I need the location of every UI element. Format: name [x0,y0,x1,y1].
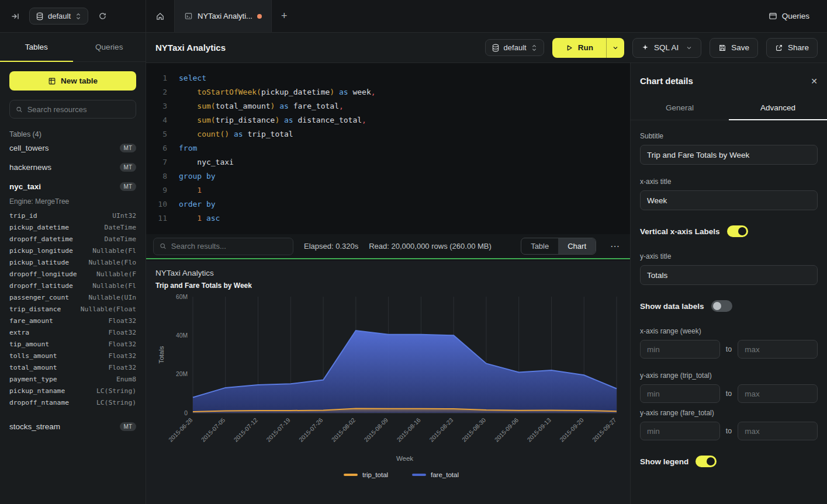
table-name: stocks_stream [9,422,60,431]
column-type: Nullable(Float [81,304,136,315]
show-data-labels-label: Show data labels [640,302,704,311]
y-axis-range-trip-inputs: to [640,384,818,403]
engine-badge: MT [120,163,136,172]
resource-search-input[interactable] [27,105,130,114]
y-range-fare-max-input[interactable] [738,422,818,440]
svg-text:2015-07-26: 2015-07-26 [297,416,324,443]
column-type: Float32 [108,350,136,362]
vertical-x-labels-toggle[interactable] [727,225,748,237]
show-data-labels-toggle[interactable] [711,300,732,312]
engine-badge: MT [120,144,136,152]
collapse-sidebar-icon [11,12,20,21]
collapse-sidebar-button[interactable] [7,8,23,25]
y-axis-range-fare-label: y-axis range (fare_total) [640,409,818,417]
subtitle-input[interactable] [640,145,818,165]
y-axis-title-input[interactable] [640,265,818,285]
x-axis-range-field: x-axis range (week) to [640,327,818,359]
resource-search [9,100,136,119]
save-button[interactable]: Save [710,38,758,58]
column-type: LC(String) [96,385,136,397]
column-name: dropoff_ntaname [9,397,69,409]
column-type: Nullable(Fl [92,280,136,292]
line-code: sum(total_amount) as fare_total, [179,99,344,113]
area-chart[interactable]: 020M40M60M2015-06-282015-07-052015-07-12… [146,291,630,504]
x-axis-range-inputs: to [640,340,818,359]
table-view-button[interactable]: Table [521,238,558,254]
chart-view-button[interactable]: Chart [558,238,596,254]
y-axis-range-trip-field: y-axis range (trip_total) to [640,371,818,403]
svg-text:2015-08-30: 2015-08-30 [461,416,487,443]
code-lines: 1select2 toStartOfWeek(pickup_datetime) … [152,71,630,225]
vertical-x-labels-row: Vertical x-axis Labels [640,225,818,237]
chevron-updown-icon [531,44,538,52]
y-range-trip-max-input[interactable] [738,384,818,403]
spacer [9,409,136,417]
code-line: 10order by [152,197,630,211]
y-range-fare-min-input[interactable] [640,422,720,440]
svg-text:2015-08-16: 2015-08-16 [396,416,422,443]
y-axis-range-trip-label: y-axis range (trip_total) [640,371,818,380]
sidebar-tab-tables[interactable]: Tables [0,33,73,61]
query-database-selector[interactable]: default [485,39,544,56]
y-axis-title-field: y-axis title [640,252,818,285]
code-line: 9 1 [152,183,630,197]
database-selector[interactable]: default [29,8,88,25]
close-icon[interactable]: ✕ [811,77,818,86]
queries-button-label: Queries [782,12,809,20]
table-row-cell_towers[interactable]: cell_towersMT [9,138,136,158]
column-name: pickup_datetime [9,222,69,234]
column-row: dropoff_datetimeDateTime [9,234,136,245]
table-row-nyc_taxi[interactable]: nyc_taxiMT [9,177,136,196]
more-options-icon[interactable]: ⋯ [607,238,623,254]
save-button-label: Save [731,43,749,52]
run-button[interactable]: Run [552,38,606,58]
chart-title: NYTaxi Analytics [155,269,214,277]
line-number: 5 [152,127,167,141]
queries-button[interactable]: Queries [763,7,815,25]
svg-text:trip_total: trip_total [362,471,388,478]
home-icon [155,12,165,21]
chevron-down-icon [686,44,693,51]
chart-details-title: Chart details [640,76,693,86]
table-name: nyc_taxi [9,182,41,191]
line-number: 11 [152,211,167,225]
header-actions: default Run SQL AI Save Share [485,38,818,58]
tab-general[interactable]: General [631,96,729,120]
svg-text:2015-08-09: 2015-08-09 [363,416,389,443]
svg-text:2015-07-12: 2015-07-12 [233,416,259,443]
refresh-button[interactable] [94,8,110,25]
column-name: passenger_count [9,292,69,304]
run-options-button[interactable] [606,38,624,58]
column-type: Float32 [108,315,136,327]
search-icon [16,106,23,113]
column-row: dropoff_latitudeNullable(Fl [9,280,136,292]
new-tab-button[interactable]: + [272,0,297,32]
show-legend-label: Show legend [640,457,688,466]
x-axis-title-input[interactable] [640,190,818,210]
x-axis-range-label: x-axis range (week) [640,327,818,335]
sql-ai-button[interactable]: SQL AI [632,38,701,58]
share-button[interactable]: Share [766,38,818,58]
column-row: extraFloat32 [9,327,136,339]
table-row-stocks_stream[interactable]: stocks_streamMT [9,417,136,436]
svg-text:2015-09-20: 2015-09-20 [559,416,585,443]
sidebar-tab-queries[interactable]: Queries [73,33,146,61]
column-name: dropoff_longitude [9,269,77,280]
engine-label: Engine: MergeTree [9,196,136,210]
tab-advanced[interactable]: Advanced [729,96,827,120]
new-table-button[interactable]: New table [9,71,136,91]
x-range-min-input[interactable] [640,340,720,359]
tab-nytaxi-analytics[interactable]: NYTaxi Analyti... [175,0,272,32]
sql-editor[interactable]: 1select2 toStartOfWeek(pickup_datetime) … [146,63,630,234]
column-row: fare_amountFloat32 [9,315,136,327]
show-legend-toggle[interactable] [695,456,717,467]
y-range-trip-min-input[interactable] [640,384,720,403]
home-tab[interactable] [146,0,175,32]
results-search-input[interactable] [171,242,287,251]
column-row: trip_distanceNullable(Float [9,304,136,315]
column-type: Float32 [108,362,136,374]
table-row-hackernews[interactable]: hackernewsMT [9,158,136,177]
line-code: count() as trip_total [179,127,293,141]
svg-text:20M: 20M [176,371,188,377]
x-range-max-input[interactable] [738,340,818,359]
